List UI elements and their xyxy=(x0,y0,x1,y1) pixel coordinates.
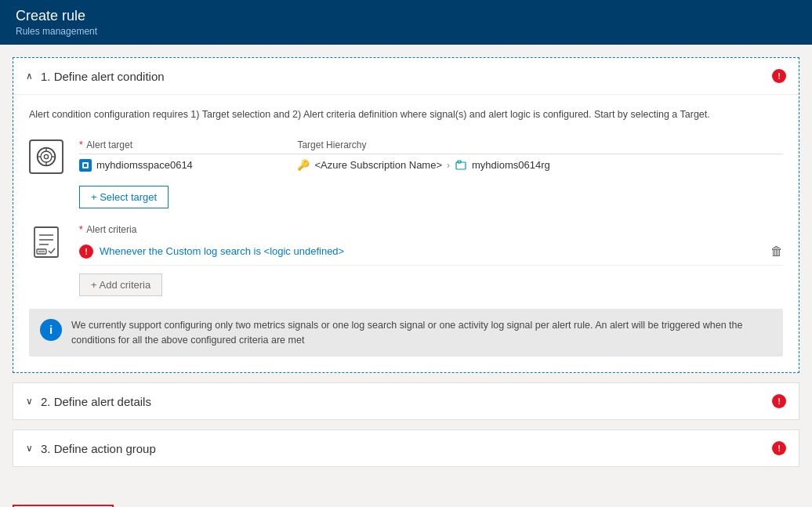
target-hierarchy-header: Target Hierarchy xyxy=(297,136,783,154)
section3-title: 3. Define action group xyxy=(41,442,156,455)
target-icon xyxy=(29,139,63,174)
resource-name-cell: myhdiomsspace0614 xyxy=(79,159,297,172)
section3-error-indicator: ! xyxy=(772,441,786,455)
delete-criteria-icon[interactable]: 🗑 xyxy=(770,244,783,259)
section1-chevron: ∧ xyxy=(26,71,33,81)
section3-card: ∨ 3. Define action group ! xyxy=(13,429,799,467)
page-title: Create rule xyxy=(16,8,796,24)
section2-title: 2. Define alert details xyxy=(41,395,151,408)
target-table: * Alert target Target Hierarchy xyxy=(79,136,783,176)
criteria-details: * Alert criteria ! Whenever the Custom l… xyxy=(79,224,783,296)
section2-chevron: ∨ xyxy=(26,396,33,407)
section2-card: ∨ 2. Define alert details ! xyxy=(13,382,799,420)
arrow-right: › xyxy=(447,160,450,171)
criteria-icon xyxy=(29,226,63,260)
select-target-button[interactable]: + Select target xyxy=(79,186,169,208)
alert-target-row: * Alert target Target Hierarchy xyxy=(29,136,783,208)
subscription-icon: 🔑 xyxy=(297,159,310,172)
page-subtitle: Rules management xyxy=(16,26,796,37)
section1-body: Alert condition configuration requires 1… xyxy=(13,95,799,372)
section2-header[interactable]: ∨ 2. Define alert details ! xyxy=(13,383,799,419)
alert-criteria-row: * Alert criteria ! Whenever the Custom l… xyxy=(29,224,783,296)
info-text: We currently support configuring only tw… xyxy=(71,318,772,348)
page-header: Create rule Rules management xyxy=(0,0,812,45)
alert-target-header: * Alert target xyxy=(79,136,297,154)
criteria-link[interactable]: Whenever the Custom log search is <logic… xyxy=(100,245,344,257)
rg-icon xyxy=(455,159,467,172)
section1-title: 1. Define alert condition xyxy=(41,70,165,83)
footer-area: Create alert rule xyxy=(0,489,812,507)
target-details: * Alert target Target Hierarchy xyxy=(79,136,783,208)
target-svg-icon xyxy=(35,146,57,168)
criteria-label: * Alert criteria xyxy=(79,224,783,235)
info-icon: i xyxy=(40,319,62,341)
svg-rect-8 xyxy=(84,164,87,167)
section3-chevron: ∨ xyxy=(26,443,33,454)
add-criteria-button: + Add criteria xyxy=(79,273,162,296)
section1-description: Alert condition configuration requires 1… xyxy=(29,107,783,122)
hierarchy-cell: 🔑 <Azure Subscription Name> › xyxy=(297,159,783,172)
section1-card: ∧ 1. Define alert condition ! Alert cond… xyxy=(13,57,799,373)
info-box: i We currently support configuring only … xyxy=(29,309,783,357)
section3-header[interactable]: ∨ 3. Define action group ! xyxy=(13,430,799,466)
target-row: myhdiomsspace0614 🔑 <Azure Subscription … xyxy=(79,154,783,176)
resource-icon xyxy=(79,159,92,172)
main-content: ∧ 1. Define alert condition ! Alert cond… xyxy=(0,45,812,489)
svg-point-1 xyxy=(41,151,52,162)
criteria-error-dot: ! xyxy=(79,244,93,259)
section1-error-indicator: ! xyxy=(772,69,786,83)
svg-point-2 xyxy=(44,154,48,158)
section1-header[interactable]: ∧ 1. Define alert condition ! xyxy=(13,58,799,95)
criteria-item: ! Whenever the Custom log search is <log… xyxy=(79,238,783,266)
section2-error-indicator: ! xyxy=(772,394,786,408)
